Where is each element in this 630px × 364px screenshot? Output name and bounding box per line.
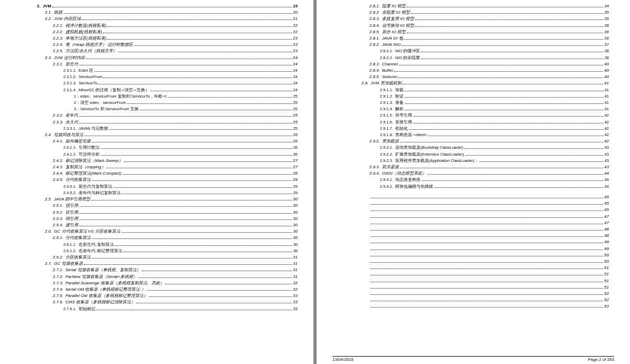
toc-num: 2.7.4. <box>53 286 63 293</box>
toc-entry: 2.8.2.2.NIO 的非阻塞38 <box>380 55 609 61</box>
toc-num: 2.6.1.1. <box>63 242 77 248</box>
toc-num: 2.4.2. <box>53 158 63 164</box>
toc-entry: 2.3.1.1.Eden 区24 <box>63 68 298 74</box>
toc-title: 符号引用 <box>395 112 412 119</box>
toc-page: 53 <box>604 303 609 310</box>
toc-num: 2.8.4. <box>369 68 380 74</box>
toc-title: 多路复用 IO 模型 <box>382 16 414 22</box>
toc-dots <box>142 271 292 271</box>
footer-date: 13/04/2018 <box>332 357 354 362</box>
toc-num: 2.4.4. <box>53 170 63 177</box>
toc-num: 2.3.2. <box>53 112 63 119</box>
toc-title: 2：清空 eden、servicorFrom <box>74 100 126 106</box>
toc-page: 50 <box>604 252 609 258</box>
toc-num: 2.7.2. <box>53 274 63 280</box>
toc-entry: 2.7.5.Parallel Old 收集器（多线程标记整理算法）33 <box>53 293 298 299</box>
toc-page: 33 <box>293 306 298 312</box>
toc-entry: 2.JVM19 <box>37 3 298 9</box>
toc-dots <box>150 91 292 91</box>
toc-page: 29 <box>293 177 298 183</box>
toc-num: 2.2.5. <box>53 48 63 54</box>
toc-num: 2.8.3. <box>369 61 380 68</box>
toc-dots <box>370 262 603 263</box>
toc-title: JAVA NIO <box>382 42 400 48</box>
toc-page: 29 <box>293 190 298 196</box>
toc-num: 2.5.4. <box>53 222 63 228</box>
toc-page: 25 <box>293 100 298 106</box>
toc-title: 1：eden、servicorFrom 复制到 ServicorTo，年龄+1 <box>74 93 167 100</box>
toc-page: 30 <box>293 235 298 241</box>
toc-entry: 2.7.2.ParNew 垃圾收集器（Serial+多线程）31 <box>53 274 298 280</box>
toc-num: 2.7.6. <box>53 299 63 305</box>
toc-num: 2.5.1. <box>53 203 63 209</box>
toc-page: 44 <box>604 170 609 177</box>
toc-page: 52 <box>604 297 609 303</box>
toc-entry: 2.2.1.程序计数器(线程私有)22 <box>53 23 298 29</box>
toc-title: 解析 <box>395 106 404 112</box>
toc-title: Serial 垃圾收集器（单线程、复制算法） <box>65 267 141 273</box>
toc-num: 2.8.1. <box>369 3 380 9</box>
toc-title: Parallel Scavenge 收集器（多线程复制算法、高效） <box>65 280 164 286</box>
toc-entry-blank: 51 <box>369 278 609 284</box>
toc-entry: 2.9.1.6.直接引用42 <box>380 119 609 126</box>
toc-dots <box>79 219 292 220</box>
toc-dots <box>405 97 604 98</box>
toc-page: 43 <box>604 164 609 170</box>
toc-entry: 2.7.GC 垃圾收集器31 <box>45 261 298 267</box>
toc-dots <box>400 168 603 168</box>
toc-page: 30 <box>293 242 298 248</box>
toc-dots <box>370 269 603 269</box>
toc-page: 32 <box>293 280 298 286</box>
toc-num: 2.6.2. <box>53 254 63 261</box>
toc-dots <box>86 59 292 59</box>
toc-num: 2.4.3. <box>53 164 63 170</box>
toc-entry: 2.3.1.新生代24 <box>53 61 298 68</box>
toc-entry: 2.6.1.分代收集算法30 <box>53 235 298 241</box>
toc-entry: 2.8.1.JAVA IO 包36 <box>369 35 609 42</box>
toc-entry-blank: 47 <box>369 220 609 226</box>
toc-page: 36 <box>604 23 609 29</box>
toc-page: 52 <box>604 291 609 297</box>
toc-page: 30 <box>293 203 298 209</box>
toc-num: 2.8.5. <box>369 29 380 35</box>
toc-dots <box>92 142 292 142</box>
toc-entry: 2.9.1.7.初始化42 <box>380 126 609 132</box>
toc-title: 堆（Heap-线程共享）-运行时数据区 <box>65 42 133 48</box>
toc-dots <box>422 180 604 181</box>
toc-num: 2.7.5. <box>53 293 63 299</box>
toc-entry: 2.4.3.复制算法（copying）27 <box>53 164 298 170</box>
toc-page: 45 <box>604 207 609 213</box>
toc-entry: 2.4.1.2.可达性分析26 <box>63 151 298 158</box>
toc-title: 双亲委派 <box>382 164 399 170</box>
toc-entry: 2.9.3.双亲委派43 <box>369 164 609 170</box>
toc-entry: 2.8.1.阻塞 IO 模型34 <box>369 3 609 9</box>
toc-page: 47 <box>604 214 609 220</box>
toc-page: 41 <box>605 100 609 106</box>
toc-title: 应用程序类加载器(Application ClassLoader)： <box>395 158 479 164</box>
toc-entry: 2.8.3.多路复用 IO 模型35 <box>369 16 609 22</box>
toc-dots <box>370 224 603 224</box>
toc-title: 分代收集算法 <box>65 177 91 183</box>
toc-page: 26 <box>293 132 298 138</box>
toc-page: 33 <box>293 293 298 299</box>
toc-dots <box>370 230 603 231</box>
toc-page: 30 <box>293 222 298 228</box>
toc-dots <box>413 116 604 117</box>
toc-title: 方法区/永久代（线程共享） <box>65 48 117 54</box>
toc-dots <box>370 236 603 237</box>
toc-entry: 2.8.2.非阻塞 IO 模型35 <box>369 9 609 16</box>
toc-page: 24 <box>293 55 298 61</box>
toc-dots <box>123 252 292 252</box>
toc-num: 2.8.2.1. <box>380 48 393 54</box>
toc-page: 36 <box>604 35 609 42</box>
toc-page: 42 <box>605 119 609 126</box>
toc-num: 2.3.3.1. <box>63 126 77 132</box>
toc-dots <box>405 110 604 110</box>
toc-entry: 2.6.GC 分代收集算法 VS 分区收集算法30 <box>45 228 298 235</box>
toc-num: 2.9.1.5. <box>380 112 393 119</box>
page-footer: 13/04/2018 Page 2 of 283 <box>332 356 614 362</box>
toc-entry: 2.2.3.本地方法区(线程私有)23 <box>53 35 298 42</box>
toc-dots <box>415 20 603 20</box>
toc-dots <box>370 282 603 282</box>
toc-title: 弱引用 <box>65 216 78 222</box>
